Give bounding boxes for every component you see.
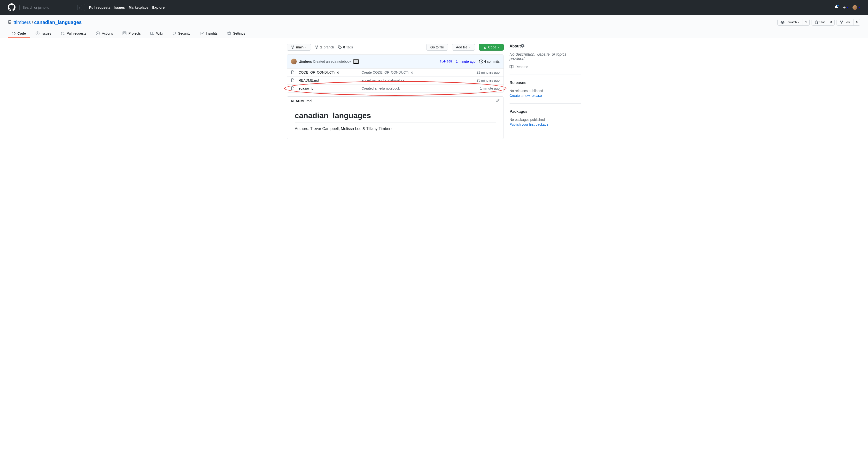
tab-insights-label: Insights xyxy=(206,31,217,35)
add-file-label: Add file xyxy=(456,45,467,49)
watch-count[interactable]: 1 xyxy=(803,21,809,24)
play-icon xyxy=(96,31,100,35)
file-time: 25 minutes ago xyxy=(476,78,500,82)
tag-word: tags xyxy=(347,45,353,49)
go-to-file-button[interactable]: Go to file xyxy=(426,44,448,51)
global-header: / Pull requests Issues Marketplace Explo… xyxy=(0,0,868,15)
about-readme-label: Readme xyxy=(516,65,528,69)
readme-filename: README.md xyxy=(291,99,312,103)
file-link[interactable]: eda.ipynb xyxy=(299,87,362,90)
commit-details-toggle[interactable]: … xyxy=(353,59,359,64)
tab-issues-label: Issues xyxy=(41,31,51,35)
primary-nav: Pull requests Issues Marketplace Explore xyxy=(89,6,165,9)
file-list-box: ttimbers Created an eda notebook … 7bd40… xyxy=(287,55,504,93)
github-logo[interactable] xyxy=(8,3,16,12)
fork-icon xyxy=(840,20,843,24)
search-slash-hint: / xyxy=(77,5,82,10)
nav-issues[interactable]: Issues xyxy=(114,6,125,9)
packages-link[interactable]: Publish your first package xyxy=(509,123,548,126)
nav-marketplace[interactable]: Marketplace xyxy=(129,6,149,9)
about-settings-button[interactable] xyxy=(521,44,525,48)
branch-icon xyxy=(315,45,319,49)
tab-actions[interactable]: Actions xyxy=(92,30,117,38)
tab-settings[interactable]: Settings xyxy=(223,30,249,38)
tab-code-label: Code xyxy=(18,31,26,35)
commit-sha[interactable]: 7bd4068 xyxy=(440,60,452,63)
branch-icon xyxy=(291,45,295,49)
readme-edit-button[interactable] xyxy=(496,99,500,103)
tab-code[interactable]: Code xyxy=(8,30,30,38)
main-content: main 1 branch 0 tags Go to file Add file xyxy=(279,38,589,145)
branches-link[interactable]: 1 branch xyxy=(315,45,334,49)
tab-projects[interactable]: Projects xyxy=(119,30,145,38)
readme-authors: Authors: Trevor Campbell, Melissa Lee & … xyxy=(295,127,496,131)
file-commit-msg[interactable]: Created an eda notebook xyxy=(362,87,480,90)
search-input[interactable] xyxy=(23,6,77,9)
about-desc: No description, website, or topics provi… xyxy=(509,52,581,61)
tab-wiki-label: Wiki xyxy=(156,31,162,35)
tags-link[interactable]: 0 tags xyxy=(338,45,353,49)
shield-icon xyxy=(172,31,176,35)
commit-author-link[interactable]: ttimbers xyxy=(299,60,312,63)
caret-down-icon xyxy=(847,7,848,8)
add-file-button[interactable]: Add file xyxy=(452,44,475,51)
file-commit-msg[interactable]: added name of collaborators xyxy=(362,78,476,82)
code-download-button[interactable]: Code xyxy=(479,44,504,51)
branch-name: main xyxy=(296,45,304,49)
releases-link[interactable]: Create a new release xyxy=(509,94,542,98)
file-commit-msg[interactable]: Create CODE_OF_CONDUCT.md xyxy=(362,70,476,74)
commit-message-link[interactable]: Created an eda notebook xyxy=(313,60,351,63)
branch-select[interactable]: main xyxy=(287,44,311,51)
caret-down-icon xyxy=(858,7,860,8)
releases-block: Releases No releases published Create a … xyxy=(509,80,581,104)
fork-button-group: Fork 0 xyxy=(837,19,860,26)
commits-link[interactable]: 4 commits xyxy=(479,60,500,63)
caret-down-icon xyxy=(798,22,800,23)
graph-icon xyxy=(200,31,204,35)
file-link[interactable]: README.md xyxy=(299,78,362,82)
tab-projects-label: Projects xyxy=(128,31,141,35)
repo-owner-link[interactable]: ttimbers xyxy=(13,20,31,25)
tab-wiki[interactable]: Wiki xyxy=(147,30,166,38)
caret-down-icon xyxy=(469,47,471,48)
plus-icon xyxy=(842,6,846,9)
repo-name-link[interactable]: canadian_languages xyxy=(34,20,82,25)
star-button-group: Star 0 xyxy=(812,19,835,26)
star-count[interactable]: 0 xyxy=(828,21,835,24)
avatar xyxy=(852,5,857,10)
main-left: main 1 branch 0 tags Go to file Add file xyxy=(287,44,504,139)
releases-title: Releases xyxy=(509,80,526,85)
fork-button[interactable]: Fork xyxy=(837,19,854,25)
repo-actions: Unwatch 1 Star 0 Fork 0 xyxy=(777,19,860,26)
caret-down-icon xyxy=(305,47,307,48)
fork-label: Fork xyxy=(844,21,850,24)
fork-count[interactable]: 0 xyxy=(854,21,860,24)
watch-label: Unwatch xyxy=(785,21,797,24)
watch-button-group: Unwatch 1 xyxy=(777,19,809,26)
create-menu[interactable] xyxy=(842,6,848,9)
file-row: eda.ipynbCreated an eda notebook1 minute… xyxy=(287,85,503,92)
project-icon xyxy=(123,31,126,35)
file-link[interactable]: CODE_OF_CONDUCT.md xyxy=(299,70,362,74)
commit-author-avatar[interactable] xyxy=(291,59,297,64)
commit-time[interactable]: 1 minute ago xyxy=(456,60,475,63)
tag-count: 0 xyxy=(343,45,345,49)
nav-pull-requests[interactable]: Pull requests xyxy=(89,6,111,9)
gear-icon xyxy=(521,44,525,48)
user-menu[interactable] xyxy=(852,5,860,10)
repo-title: ttimbers / canadian_languages xyxy=(8,20,82,25)
watch-button[interactable]: Unwatch xyxy=(778,19,803,25)
code-icon xyxy=(11,31,16,35)
file-nav: main 1 branch 0 tags Go to file Add file xyxy=(287,44,504,51)
nav-explore[interactable]: Explore xyxy=(152,6,164,9)
about-readme-link[interactable]: Readme xyxy=(509,65,581,69)
star-button[interactable]: Star xyxy=(812,19,828,25)
tab-pull-requests[interactable]: Pull requests xyxy=(57,30,90,38)
tab-security[interactable]: Security xyxy=(168,30,194,38)
header-right xyxy=(835,5,860,10)
notifications-button[interactable] xyxy=(835,5,838,10)
star-icon xyxy=(815,20,818,24)
repo-head: ttimbers / canadian_languages Unwatch 1 … xyxy=(0,15,868,38)
tab-insights[interactable]: Insights xyxy=(196,30,221,38)
tab-issues[interactable]: Issues xyxy=(32,30,55,38)
